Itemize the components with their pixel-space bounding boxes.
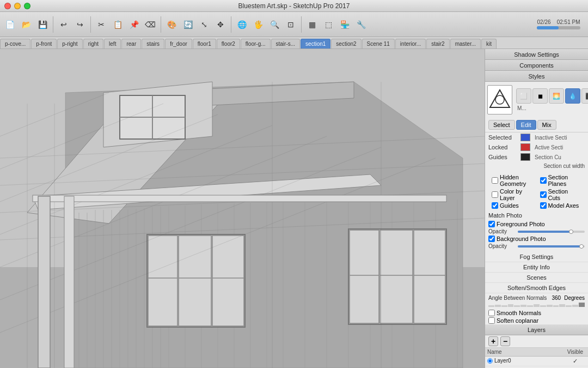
tab-p-cove[interactable]: p-cove... (0, 39, 30, 49)
erase-button[interactable]: ⌫ (143, 17, 158, 32)
zoom-extents-button[interactable]: ⊡ (283, 17, 298, 32)
background-photo-check[interactable] (488, 236, 495, 242)
add-layer-button[interactable]: + (488, 336, 498, 346)
bg-opacity-label: Opacity (488, 243, 516, 249)
background-opacity-row: Opacity (485, 243, 588, 250)
shadow-settings-header[interactable]: Shadow Settings (485, 49, 588, 60)
tab-scene11[interactable]: Scene 11 (362, 39, 395, 49)
layers-controls: + − (485, 335, 588, 348)
foreground-photo-check[interactable] (488, 221, 495, 227)
layer-visible-cell: ✓ (562, 357, 588, 366)
layer-radio[interactable] (487, 358, 493, 364)
house-rendering (0, 49, 485, 368)
tab-floor1[interactable]: floor1 (193, 39, 216, 49)
move-button[interactable]: ✥ (213, 17, 228, 32)
locked-color-swatch[interactable] (520, 143, 530, 151)
color-by-layer-check[interactable] (492, 191, 498, 198)
guides-label: Guides (488, 154, 518, 160)
guides-color-swatch[interactable] (520, 153, 530, 161)
maximize-button[interactable] (24, 3, 30, 9)
new-button[interactable]: 📄 (2, 17, 17, 32)
layer-name: Layer0 (485, 357, 562, 366)
paste-button[interactable]: 📌 (126, 17, 142, 32)
paint-button[interactable]: 🎨 (164, 17, 179, 32)
extension-button[interactable]: 🔧 (353, 17, 369, 32)
tab-stairs[interactable]: stairs (142, 39, 164, 49)
tab-edit[interactable]: Edit (516, 120, 536, 130)
tab-p-front[interactable]: p-front (31, 39, 57, 49)
tab-section1[interactable]: section1 (301, 39, 330, 49)
pan-button[interactable]: 🖐 (250, 17, 266, 32)
styles-header[interactable]: Styles (485, 71, 588, 82)
close-button[interactable] (4, 3, 11, 9)
tab-p-right[interactable]: p-right (57, 39, 82, 49)
watermark-style-btn[interactable]: 💧 (565, 88, 580, 104)
sep2 (90, 16, 91, 33)
tab-mix[interactable]: Mix (537, 120, 556, 130)
tab-kit[interactable]: kit (481, 39, 497, 49)
face-style-btn[interactable]: ◼ (532, 88, 548, 104)
undo-button[interactable]: ↩ (56, 17, 71, 32)
tab-stair2[interactable]: stair2 (426, 39, 449, 49)
tab-section2[interactable]: section2 (331, 39, 361, 49)
foreground-photo-label: Foreground Photo (497, 221, 545, 227)
guides-color-row: Guides Section Cu (485, 152, 588, 162)
section-planes-check[interactable] (540, 177, 547, 184)
fg-opacity-slider[interactable] (518, 231, 585, 233)
tab-select[interactable]: Select (488, 120, 515, 130)
copy-button[interactable]: 📋 (110, 17, 125, 32)
section-cuts-check[interactable] (540, 191, 547, 198)
open-button[interactable]: 📂 (19, 17, 34, 32)
soften-coplanar-check[interactable] (488, 317, 495, 324)
orbit-button[interactable]: 🌐 (234, 17, 249, 32)
background-style-btn[interactable]: 🌅 (549, 88, 564, 104)
tab-floor-g[interactable]: floor-g... (241, 39, 271, 49)
tab-fr-door[interactable]: fr_door (165, 39, 192, 49)
layers-section-header[interactable]: Layers (485, 324, 588, 335)
viewport[interactable] (0, 49, 485, 368)
smooth-normals-check[interactable] (488, 310, 495, 316)
save-button[interactable]: 💾 (35, 17, 50, 32)
section-cuts-row: Section Cuts (537, 188, 585, 202)
tab-interior[interactable]: interior... (395, 39, 426, 49)
toolbar-progress: 02/26 02:51 PM (537, 19, 580, 29)
tick1 (488, 305, 494, 307)
soften-smooth-item[interactable]: Soften/Smooth Edges (485, 283, 588, 293)
bg-opacity-thumb[interactable] (579, 244, 584, 249)
3d-warehouse-button[interactable]: 🏪 (337, 17, 352, 32)
zoom-button[interactable]: 🔍 (267, 17, 282, 32)
hidden-geometry-check[interactable] (492, 177, 498, 184)
components-header[interactable]: Components (485, 60, 588, 71)
cut-button[interactable]: ✂ (94, 17, 109, 32)
minimize-button[interactable] (14, 3, 21, 9)
selected-color-swatch[interactable] (520, 134, 530, 141)
tab-left[interactable]: left (104, 39, 121, 49)
bg-opacity-slider[interactable] (518, 245, 585, 248)
redo-button[interactable]: ↪ (72, 17, 88, 32)
fog-settings-item[interactable]: Fog Settings (485, 252, 588, 262)
tab-right[interactable]: right (83, 39, 103, 49)
components-button[interactable]: ⬚ (321, 17, 336, 32)
model-style-btn[interactable]: ⬛ (581, 88, 588, 104)
model-axes-check[interactable] (540, 202, 547, 209)
layers-table: Name Visible Layer0 ✓ (485, 348, 588, 368)
entity-info-item[interactable]: Entity Info (485, 262, 588, 273)
rotate-button[interactable]: 🔄 (180, 17, 195, 32)
section-plane-button[interactable]: ▦ (304, 17, 320, 32)
edge-style-btn[interactable]: ⬜ (516, 88, 531, 104)
tab-rear[interactable]: rear (121, 39, 141, 49)
window-controls (4, 3, 30, 9)
fg-opacity-thumb[interactable] (569, 230, 573, 234)
remove-layer-button[interactable]: − (500, 336, 510, 346)
svg-rect-70 (38, 196, 50, 368)
background-photo-row: Background Photo (485, 235, 588, 243)
scale-button[interactable]: ⤡ (197, 17, 212, 32)
scenes-item[interactable]: Scenes (485, 273, 588, 283)
tab-floor2[interactable]: floor2 (217, 39, 240, 49)
angle-slider[interactable] (488, 303, 585, 307)
guides-check[interactable] (492, 202, 498, 209)
sep5 (301, 16, 302, 33)
tab-master[interactable]: master... (450, 39, 481, 49)
tab-stair-s[interactable]: stair-s... (271, 39, 301, 49)
model-axes-row: Model Axes (537, 202, 585, 209)
